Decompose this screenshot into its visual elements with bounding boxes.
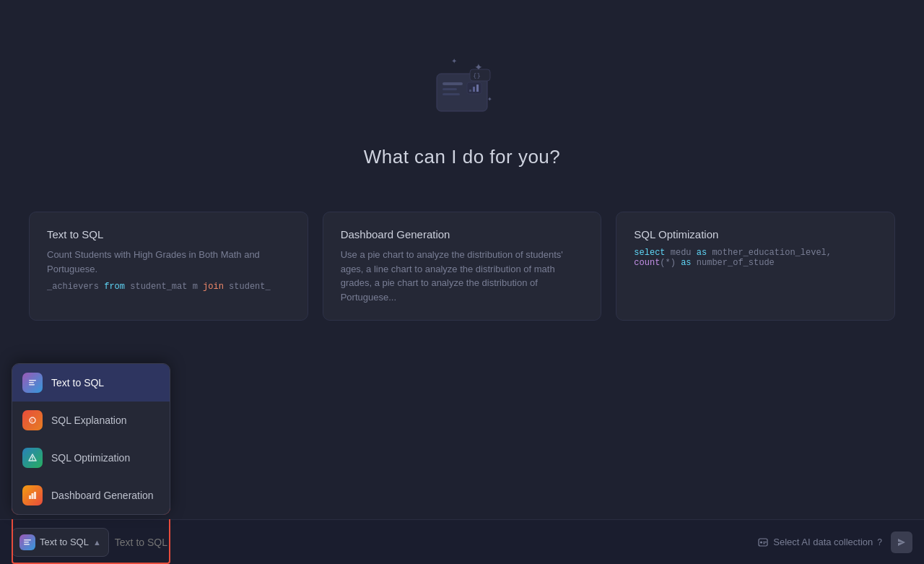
mode-dropdown: Text to SQL i SQL Explanation SQL Optimi… <box>12 363 170 515</box>
svg-rect-29 <box>763 542 767 542</box>
svg-point-20 <box>32 459 33 461</box>
card-sql-opt-code: select medu as mother_education_level, c… <box>634 248 877 268</box>
chat-input[interactable] <box>115 537 751 548</box>
card-dashboard-description: Use a pie chart to analyze the distribut… <box>341 248 584 304</box>
dashboard-generation-icon <box>22 485 43 506</box>
text-to-sql-icon <box>22 373 43 393</box>
svg-rect-8 <box>469 90 471 92</box>
card-sql-opt-title: SQL Optimization <box>634 228 877 240</box>
sql-optimization-icon <box>22 448 43 468</box>
dropdown-item-sql-explanation[interactable]: i SQL Explanation <box>12 402 170 439</box>
svg-text:✦: ✦ <box>451 58 457 65</box>
send-icon <box>897 537 907 547</box>
hero-title: What can I do for you? <box>364 146 561 168</box>
collection-help-icon: ? <box>877 537 882 547</box>
card-text-to-sql-description: Count Students with High Grades in Both … <box>47 248 290 276</box>
card-sql-optimization[interactable]: SQL Optimization select medu as mother_e… <box>616 212 895 321</box>
svg-rect-9 <box>473 87 475 92</box>
bottom-bar: Text to SQL ▲ Select AI data collection … <box>0 519 924 564</box>
hero-section: ✦ ✦ ✦ {} What can I do for you? <box>0 0 924 168</box>
svg-rect-10 <box>476 84 479 92</box>
sql-explanation-icon: i <box>22 410 43 430</box>
svg-rect-22 <box>32 493 34 499</box>
dropdown-label-dashboard-generation: Dashboard Generation <box>51 490 154 501</box>
card-dashboard-title: Dashboard Generation <box>341 228 584 240</box>
svg-rect-14 <box>29 382 34 383</box>
svg-point-28 <box>760 541 762 543</box>
hero-illustration: ✦ ✦ ✦ {} <box>415 58 509 146</box>
svg-rect-19 <box>32 456 33 459</box>
card-text-to-sql-title: Text to SQL <box>47 228 290 240</box>
dropdown-label-text-to-sql: Text to SQL <box>51 377 104 389</box>
svg-rect-5 <box>443 88 457 90</box>
select-collection-label: Select AI data collection <box>773 537 873 547</box>
collection-icon <box>757 537 769 548</box>
svg-rect-24 <box>24 539 31 541</box>
svg-rect-26 <box>24 544 30 545</box>
select-collection-button[interactable]: Select AI data collection ? <box>757 537 882 548</box>
mode-selector-icon <box>19 534 35 550</box>
card-text-to-sql[interactable]: Text to SQL Count Students with High Gra… <box>29 212 308 321</box>
svg-rect-23 <box>34 492 36 499</box>
svg-rect-30 <box>763 543 765 544</box>
send-button[interactable] <box>891 532 912 553</box>
right-controls: Select AI data collection ? <box>757 532 912 553</box>
svg-rect-15 <box>29 384 35 386</box>
svg-text:i: i <box>31 418 32 422</box>
card-text-to-sql-code: _achievers from student_mat m join stude… <box>47 282 290 292</box>
mode-selector[interactable]: Text to SQL ▲ <box>12 528 109 557</box>
svg-text:✦: ✦ <box>487 96 492 103</box>
cards-container: Text to SQL Count Students with High Gra… <box>0 212 924 321</box>
svg-rect-21 <box>29 495 31 499</box>
dropdown-item-sql-optimization[interactable]: SQL Optimization <box>12 439 170 477</box>
dropdown-item-dashboard-generation[interactable]: Dashboard Generation <box>12 477 170 514</box>
svg-rect-6 <box>443 93 460 95</box>
svg-text:{}: {} <box>473 72 481 79</box>
card-dashboard-generation[interactable]: Dashboard Generation Use a pie chart to … <box>323 212 602 321</box>
svg-point-16 <box>30 417 35 423</box>
dropdown-label-sql-explanation: SQL Explanation <box>51 415 127 426</box>
svg-rect-4 <box>443 82 463 85</box>
chevron-down-icon: ▲ <box>93 538 101 547</box>
mode-label: Text to SQL <box>40 537 89 547</box>
dropdown-item-text-to-sql[interactable]: Text to SQL <box>12 364 170 402</box>
svg-rect-13 <box>29 380 36 381</box>
svg-rect-25 <box>24 542 29 543</box>
dropdown-label-sql-optimization: SQL Optimization <box>51 452 130 464</box>
